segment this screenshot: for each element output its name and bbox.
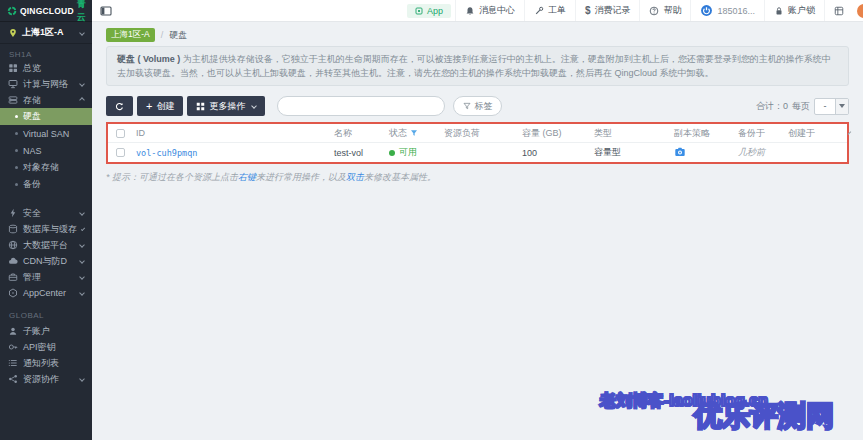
support-phone[interactable]: 185016... [690,0,764,21]
sidebar-item-label: Virtual SAN [23,129,69,139]
console-grid-button[interactable] [824,0,853,21]
sidebar-item-cdn[interactable]: CDN与防D [0,253,92,269]
bullet-icon [15,132,18,135]
sidebar-item-virtual-san[interactable]: Virtual SAN [0,125,92,142]
help-button[interactable]: 帮助 [639,0,690,21]
chevron-down-icon [79,81,85,87]
column-header-capacity[interactable]: 容量 (GB) [518,127,590,140]
page-size-select[interactable]: - [814,98,849,115]
funnel-icon [463,102,471,110]
volumes-table-highlighted: ID 名称 状态 资源负荷 容量 (GB) 类型 副本策略 备份于 创建于 vo… [106,122,849,164]
qingcloud-logo-icon [7,6,17,16]
column-header-status[interactable]: 状态 [385,127,440,140]
sidebar-item-api-keys[interactable]: API密钥 [0,339,92,355]
chevron-down-icon [79,30,85,36]
sidebar-collapse-icon[interactable] [100,5,112,17]
appcenter-icon [8,288,18,298]
sidebar-item-overview[interactable]: 总览 [0,60,92,76]
column-header-created-at[interactable]: 创建于 [784,127,846,140]
sidebar-item-label: 安全 [23,207,41,220]
chevron-down-icon [79,210,85,216]
sidebar-item-security[interactable]: 安全 [0,205,92,221]
sidebar-item-label: 备份 [23,178,41,191]
double-click-link[interactable]: 双击 [346,172,364,182]
table-row[interactable]: vol-cuh9pmqn test-vol 可用 100 容量型 几秒前 [108,142,847,162]
snapshot-camera-icon[interactable] [674,146,686,160]
chevron-down-icon [81,227,85,231]
sidebar-item-notifications[interactable]: 通知列表 [0,355,92,371]
select-all-checkbox[interactable] [116,129,125,138]
column-header-load[interactable]: 资源负荷 [440,127,518,140]
page-title: 硬盘 [169,29,187,42]
sidebar-item-appcenter[interactable]: AppCenter [0,285,92,301]
sidebar-item-database-cache[interactable]: 数据库与缓存 [0,221,92,237]
zone-label: SH1A [0,44,92,60]
usage-hint: * 提示：可通过在各个资源上点击右键来进行常用操作，以及双击来修改基本属性。 [106,171,849,184]
sidebar-item-compute-network[interactable]: 计算与网络 [0,76,92,92]
region-selector[interactable]: 上海1区-A [0,22,92,44]
brand-logo[interactable]: QINGCLOUD青云 [0,0,92,22]
breadcrumb-region-badge[interactable]: 上海1区-A [106,28,155,42]
chevron-down-icon [79,242,85,248]
column-header-backup-at[interactable]: 备份于 [734,127,784,140]
chevron-down-icon [79,376,85,382]
status-dot-icon [389,150,395,156]
sidebar-item-label: 资源协作 [23,373,59,386]
ticket-button[interactable]: 工单 [524,0,575,21]
sidebar-item-label: 存储 [23,94,41,107]
message-center-button[interactable]: 消息中心 [455,0,524,21]
sidebar-item-label: 通知列表 [23,357,59,370]
tag-filter-button[interactable]: 标签 [453,96,502,116]
column-header-id[interactable]: ID [132,128,330,138]
status-filter-icon[interactable] [410,129,418,137]
create-button[interactable]: + 创建 [137,96,183,116]
bullet-icon [15,149,18,152]
qingcloud-console: QINGCLOUD青云 上海1区-A SH1A 总览 计算与网络 存储 硬盘 [0,0,863,440]
bullet-icon [15,115,18,118]
bell-icon [465,6,475,16]
right-click-link[interactable]: 右键 [238,172,256,182]
chevron-down-icon [79,290,85,296]
sidebar-item-collaboration[interactable]: 资源协作 [0,371,92,387]
description-term: 硬盘 ( Volume ) [117,54,180,64]
storage-icon [8,95,18,105]
sidebar-item-management[interactable]: 管理 [0,269,92,285]
row-checkbox[interactable] [116,148,125,157]
apikey-icon [8,342,18,352]
avatar[interactable] [857,4,863,18]
location-pin-icon [8,28,18,38]
sidebar-item-bigdata[interactable]: 大数据平台 [0,237,92,253]
billing-button[interactable]: $ 消费记录 [575,0,640,21]
description-text: 为主机提供块存储设备，它独立于主机的生命周期而存在，可以被连接到任意运行中的主机… [117,54,831,78]
search-input[interactable] [277,96,445,116]
cdn-cloud-icon [8,256,18,266]
pagination: 合计：0 每页 - [756,98,849,115]
sidebar-item-label: 对象存储 [23,161,59,174]
sidebar-item-label: 总览 [23,62,41,75]
volume-type: 容量型 [590,146,670,159]
sidebar-item-label: AppCenter [23,288,66,298]
column-header-type[interactable]: 类型 [590,127,670,140]
sidebar-item-subusers[interactable]: 子账户 [0,323,92,339]
sidebar-item-label: NAS [23,146,42,156]
select-arrow-button[interactable] [835,99,848,114]
notifications-list-icon [8,358,18,368]
sidebar-item-storage[interactable]: 存储 [0,92,92,108]
volume-id-link[interactable]: vol-cuh9pmqn [136,148,197,158]
sidebar-item-backup[interactable]: 备份 [0,176,92,193]
column-header-name[interactable]: 名称 [330,127,385,140]
more-actions-button[interactable]: 更多操作 [187,96,265,116]
column-settings-chevron-icon[interactable] [848,131,852,135]
account-lock-button[interactable]: 账户锁 [764,0,824,21]
column-header-replica-policy[interactable]: 副本策略 [670,127,734,140]
topbar: App 消息中心 工单 $ 消费记录 帮助 185016... [92,0,863,22]
watermark-site: 优乐评测网 [694,397,834,435]
app-switcher-button[interactable]: App [407,4,451,18]
dollar-icon: $ [585,5,591,16]
caret-down-icon [839,104,845,108]
sidebar-item-object-storage[interactable]: 对象存储 [0,159,92,176]
sidebar-item-volumes[interactable]: 硬盘 [0,108,92,125]
sidebar-item-nas[interactable]: NAS [0,142,92,159]
refresh-button[interactable] [106,96,133,116]
refresh-icon [115,102,124,111]
